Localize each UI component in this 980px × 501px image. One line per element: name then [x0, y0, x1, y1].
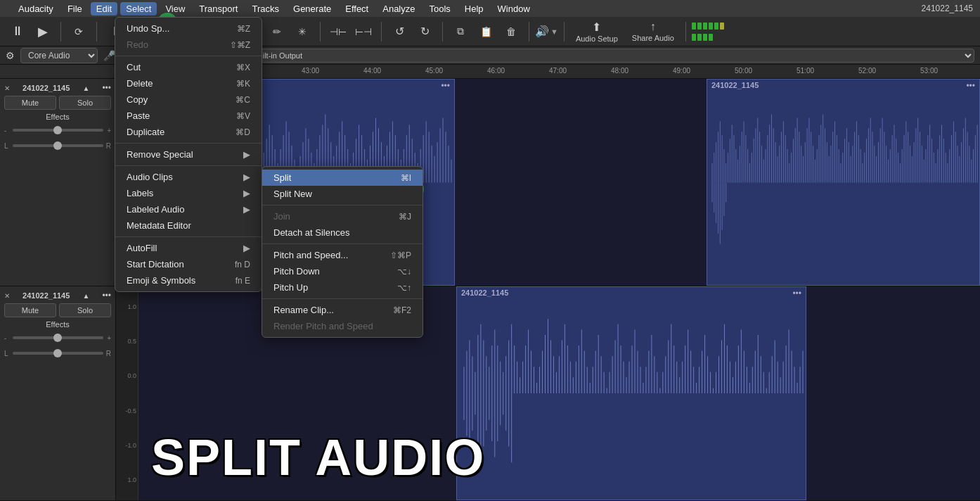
redo-btn[interactable]: ↻	[413, 20, 437, 44]
track-1-solo-btn[interactable]: Solo	[59, 96, 111, 110]
track-1-menu[interactable]: •••	[102, 83, 111, 93]
menu-undo[interactable]: Undo Sp... ⌘Z	[115, 20, 262, 37]
track-1-effects-row: Effects	[4, 113, 111, 121]
volume-arrow: ▼	[550, 27, 558, 36]
track-2-menu[interactable]: •••	[102, 291, 111, 300]
db2-0.5: 0.5	[117, 338, 136, 345]
audio-setup-btn[interactable]: ⬆ Audio Setup	[570, 20, 624, 44]
core-audio-select[interactable]: Core Audio	[20, 48, 98, 63]
menu-redo: Redo ⇧⌘Z	[115, 37, 262, 53]
track-2-gain-slider[interactable]	[13, 336, 103, 339]
copy-clip-btn[interactable]: ⧉	[449, 20, 472, 44]
undo-btn[interactable]: ↺	[387, 20, 411, 44]
menu-metadata-editor[interactable]: Metadata Editor	[115, 217, 262, 234]
menubar-select[interactable]: Select	[120, 2, 157, 15]
menubar-tools[interactable]: Tools	[423, 2, 456, 15]
track-2-solo-btn[interactable]: Solo	[59, 303, 111, 317]
output-select[interactable]: Built-in Output	[245, 49, 974, 63]
loop-button[interactable]: ⟳	[67, 20, 91, 44]
track-2-collapse[interactable]: ▲	[82, 292, 89, 300]
menubar-analyze[interactable]: Analyze	[377, 2, 420, 15]
track-1-controls: ✕ 241022_1145 ▲ ••• Mute Solo Effects - …	[0, 79, 116, 286]
trim-btn[interactable]: ⊣⊢	[326, 20, 350, 44]
ruler-mark: 49:00	[673, 67, 690, 75]
menu-labeled-audio[interactable]: Labeled Audio ▶	[115, 201, 262, 217]
audio-clips-submenu: Split ⌘I Split New Join ⌘J Detach at Sil…	[262, 166, 423, 338]
submenu-split-new[interactable]: Split New	[262, 186, 423, 202]
ruler-mark: 47:00	[549, 67, 567, 75]
menubar-tracks[interactable]: Tracks	[246, 2, 285, 15]
menu-paste[interactable]: Paste ⌘V	[115, 108, 262, 124]
menu-copy[interactable]: Copy ⌘C	[115, 91, 262, 108]
track-1-gain-slider[interactable]	[13, 129, 103, 132]
menu-sep-1	[115, 56, 262, 56]
track-2-gain-slider-row: - +	[4, 331, 111, 344]
ruler-mark: 46:00	[487, 67, 505, 75]
close-icon[interactable]: ✕	[4, 84, 10, 92]
track-gear-icon[interactable]: ⚙	[6, 50, 15, 61]
menu-start-dictation[interactable]: Start Dictation fn D	[115, 256, 262, 272]
menubar-effect[interactable]: Effect	[340, 2, 374, 15]
gain-min-label: -	[4, 127, 10, 134]
menu-sep-2	[115, 143, 262, 144]
menu-remove-special[interactable]: Remove Special ▶	[115, 146, 262, 163]
menu-labels[interactable]: Labels ▶	[115, 185, 262, 201]
menubar-help[interactable]: Help	[459, 2, 489, 15]
waveform-clip-3[interactable]: 241022_1145 •••	[456, 286, 806, 500]
submenu-render-pitch: Render Pitch and Speed	[262, 318, 423, 334]
window-title: 241022_1145	[922, 4, 973, 13]
submenu-rename-clip[interactable]: Rename Clip... ⌘F2	[262, 302, 423, 318]
menu-duplicate[interactable]: Duplicate ⌘D	[115, 124, 262, 140]
submenu-sep-3	[262, 298, 423, 299]
waveform-clip-2[interactable]: 241022_1145 •••	[707, 79, 980, 286]
menubar-window[interactable]: Window	[492, 2, 536, 15]
ruler-mark: 48:00	[611, 67, 628, 75]
submenu-detach-silences[interactable]: Detach at Silences	[262, 224, 423, 241]
pencil-tool[interactable]: ✏	[265, 20, 289, 44]
menu-cut[interactable]: Cut ⌘X	[115, 59, 262, 75]
track-2-mute-btn[interactable]: Mute	[4, 303, 56, 317]
clip-3-menu-btn[interactable]: •••	[792, 288, 801, 298]
submenu-join: Join ⌘J	[262, 208, 423, 224]
track-1-name: 241022_1145	[22, 84, 70, 92]
menu-sep-3	[115, 165, 262, 166]
submenu-pitch-speed[interactable]: Pitch and Speed... ⇧⌘P	[262, 247, 423, 263]
menu-emoji-symbols[interactable]: Emoji & Symbols fn E	[115, 272, 262, 288]
play-button[interactable]: ▶	[31, 20, 55, 44]
track-2-pan-slider-row: L R	[4, 347, 111, 360]
menubar-generate[interactable]: Generate	[288, 2, 337, 15]
menu-delete[interactable]: Delete ⌘K	[115, 75, 262, 91]
menu-audio-clips[interactable]: Audio Clips ▶ Split ⌘I Split New Join ⌘J…	[115, 169, 262, 185]
toolbar-separator-5	[381, 22, 382, 42]
clip-2-menu-btn[interactable]: •••	[966, 81, 975, 91]
menubar-transport[interactable]: Transport	[193, 2, 243, 15]
silence-btn[interactable]: ⊢⊣	[352, 20, 375, 44]
clip-3-label: 241022_1145	[461, 288, 508, 297]
track-1-collapse[interactable]: ▲	[82, 84, 89, 92]
track-1-name-row: ✕ 241022_1145 ▲ •••	[4, 83, 111, 93]
pan-left-label: L	[4, 142, 10, 150]
big-text-overlay: SPLIT AUDIO	[151, 429, 485, 486]
db2--1.0: -1.0	[117, 442, 136, 449]
volume-icon: 🔊	[535, 25, 549, 38]
share-audio-icon: ↑	[650, 20, 656, 33]
track-2: ✕ 241022_1145 ▲ ••• Mute Solo Effects - …	[0, 286, 980, 501]
menubar-file[interactable]: File	[62, 2, 88, 15]
close-icon-2[interactable]: ✕	[4, 292, 10, 300]
menu-autofill[interactable]: AutoFill ▶	[115, 240, 262, 256]
track-2-waveform: 1.0 0.5 0.0 -0.5 -1.0 1.0	[116, 286, 980, 500]
menubar-audacity[interactable]: Audacity	[13, 2, 59, 15]
pause-button[interactable]: ⏸	[6, 20, 30, 44]
share-audio-btn[interactable]: ↑ Share Audio	[626, 20, 680, 44]
submenu-pitch-down[interactable]: Pitch Down ⌥↓	[262, 263, 423, 279]
delete-clip-btn[interactable]: 🗑	[499, 20, 523, 44]
track-2-pan-slider[interactable]	[13, 352, 103, 355]
track-1-mute-btn[interactable]: Mute	[4, 96, 56, 110]
paste-clip-btn[interactable]: 📋	[474, 20, 498, 44]
submenu-pitch-up[interactable]: Pitch Up ⌥↑	[262, 279, 423, 296]
track-1-pan-slider[interactable]	[13, 144, 103, 147]
multi-tool[interactable]: ✳	[290, 20, 314, 44]
clip-1-menu-btn[interactable]: •••	[441, 81, 450, 91]
submenu-split[interactable]: Split ⌘I	[262, 170, 423, 186]
menubar-edit[interactable]: Edit	[91, 2, 117, 15]
